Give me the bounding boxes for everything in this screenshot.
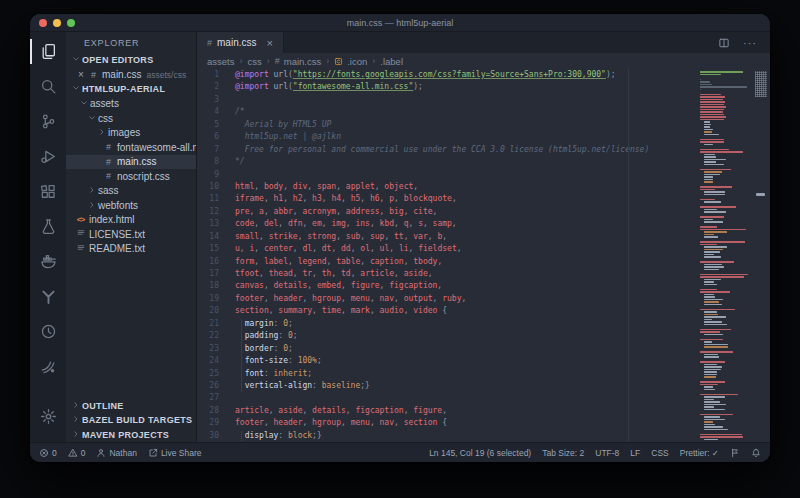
status-errors-label: 0: [52, 448, 57, 458]
open-editors-header[interactable]: OPEN EDITORS: [66, 53, 196, 68]
code-text: form, label, legend, table, caption, tbo…: [235, 256, 442, 268]
minimap-line: [700, 116, 726, 118]
feedback-button[interactable]: [730, 448, 740, 458]
title-bar[interactable]: main.css — html5up-aerial: [30, 14, 770, 32]
activity-item-search[interactable]: [30, 69, 66, 104]
status-user[interactable]: Nathan: [96, 448, 136, 458]
status-encoding[interactable]: UTF-8: [595, 448, 619, 458]
minimap-line: [700, 89, 701, 91]
split-editor-button[interactable]: [718, 37, 730, 49]
code-line: 12pre, a, abbr, acronym, address, big, c…: [197, 206, 700, 218]
activity-item-extensions[interactable]: [30, 174, 66, 209]
project-header[interactable]: HTML5UP-AERIAL: [66, 82, 196, 97]
code-text: footer, header, hgroup, menu, nav, outpu…: [235, 293, 466, 305]
status-cursor-position[interactable]: Ln 145, Col 19 (6 selected): [429, 448, 531, 458]
minimap-line: [700, 309, 735, 311]
minimap[interactable]: [700, 69, 752, 442]
tree-item-images[interactable]: images: [66, 126, 196, 141]
tree-item-label: README.txt: [89, 243, 145, 254]
activity-item-run-debug[interactable]: [30, 139, 66, 174]
tree-item-assets[interactable]: assets: [66, 97, 196, 112]
breadcrumb-item-css[interactable]: css: [247, 56, 261, 67]
activity-item-docker[interactable]: [30, 244, 66, 279]
activity-item-bazel[interactable]: [30, 279, 66, 314]
close-icon[interactable]: ×: [266, 37, 272, 49]
editor-actions: ···: [718, 32, 770, 53]
line-number: 6: [197, 131, 235, 143]
breadcrumb-item--label[interactable]: .label: [380, 56, 403, 67]
section-outline[interactable]: OUTLINE: [66, 399, 196, 414]
breadcrumb-label: main.css: [284, 56, 321, 67]
status-eol[interactable]: LF: [630, 448, 640, 458]
minimap-line: [700, 139, 724, 141]
tree-item-index-html[interactable]: <>index.html: [66, 213, 196, 228]
close-icon[interactable]: ×: [76, 70, 86, 80]
indent-guide: [241, 431, 242, 441]
minimap-line: [700, 244, 717, 246]
status-language-label: CSS: [651, 448, 668, 458]
chevron-down-icon: [70, 55, 82, 65]
chevron-right-icon: [88, 185, 96, 196]
minimap-line: [704, 126, 710, 128]
minimap-line: [704, 269, 719, 271]
chevron-down-icon: [86, 113, 98, 124]
status-live-share[interactable]: Live Share: [148, 448, 202, 458]
more-actions-button[interactable]: ···: [743, 39, 757, 47]
tree-item-css[interactable]: css: [66, 111, 196, 126]
minimap-line: [704, 236, 718, 238]
tree-item-label: images: [108, 127, 140, 138]
code-text: /*: [235, 106, 245, 118]
overview-ruler[interactable]: [752, 69, 770, 442]
notifications-button[interactable]: [751, 448, 761, 458]
tree-item-readme-txt[interactable]: README.txt: [66, 242, 196, 257]
code-line: 19footer, header, hgroup, menu, nav, out…: [197, 293, 700, 305]
close-button[interactable]: [39, 19, 47, 27]
tree-item-webfonts[interactable]: webfonts: [66, 198, 196, 213]
open-editors-header-label: OPEN EDITORS: [82, 55, 153, 65]
status-left: 00NathanLive Share: [39, 448, 202, 458]
code-text: Free for personal and commercial use und…: [235, 144, 649, 156]
chevron-right-icon: [72, 415, 80, 425]
code-scroller[interactable]: 1@import url("https://fonts.googleapis.c…: [197, 69, 700, 442]
tree-item-license-txt[interactable]: LICENSE.txt: [66, 227, 196, 242]
line-number: 24: [197, 355, 235, 367]
status-tab-size[interactable]: Tab Size: 2: [542, 448, 584, 458]
breadcrumb-item-assets[interactable]: assets: [207, 56, 234, 67]
tree-item-sass[interactable]: sass: [66, 184, 196, 199]
activity-item-source-control[interactable]: [30, 104, 66, 139]
line-number: 15: [197, 243, 235, 255]
minimap-line: [700, 431, 752, 433]
activity-item-explorer[interactable]: [30, 34, 66, 69]
breadcrumb-item-main-css[interactable]: #main.css: [275, 56, 322, 67]
code-line: 28article, aside, details, figcaption, f…: [197, 405, 700, 417]
minimap-line: [700, 86, 747, 88]
status-formatter[interactable]: Prettier: ✓: [680, 448, 719, 458]
minimap-line: [700, 146, 752, 148]
status-warnings[interactable]: 0: [68, 448, 86, 458]
section-bazel-build-targets[interactable]: BAZEL BUILD TARGETS: [66, 413, 196, 428]
minimap-line: [704, 246, 727, 248]
tree-item-main-css[interactable]: #main.css: [66, 155, 196, 170]
activity-item-history[interactable]: [30, 314, 66, 349]
minimap-line: [700, 186, 732, 188]
activity-item-test[interactable]: [30, 209, 66, 244]
status-language[interactable]: CSS: [651, 448, 668, 458]
tree-item-fontawesome-all-min[interactable]: #fontawesome-all.min....: [66, 140, 196, 155]
minimap-line: [700, 379, 752, 381]
status-errors[interactable]: 0: [39, 448, 57, 458]
tree-item-noscript-css[interactable]: #noscript.css: [66, 169, 196, 184]
minimize-button[interactable]: [53, 19, 61, 27]
chevron-down-icon: [70, 84, 82, 94]
chevron-down-icon: [78, 98, 90, 109]
code-text: small, strike, strong, sub, sup, tt, var…: [235, 231, 447, 243]
tab-main-css[interactable]: # main.css ×: [197, 32, 284, 53]
code-line: 22 padding: 0;: [197, 330, 700, 342]
section-maven-projects[interactable]: MAVEN PROJECTS: [66, 428, 196, 443]
breadcrumb-item--icon[interactable]: .icon: [334, 56, 367, 67]
open-editor-item[interactable]: ×#main.cssassets/css: [66, 68, 196, 83]
status-encoding-label: UTF-8: [595, 448, 619, 458]
activity-item-project-manager[interactable]: [30, 349, 66, 384]
minimap-line: [704, 144, 713, 146]
zoom-button[interactable]: [67, 19, 75, 27]
activity-item-settings[interactable]: [30, 399, 66, 434]
